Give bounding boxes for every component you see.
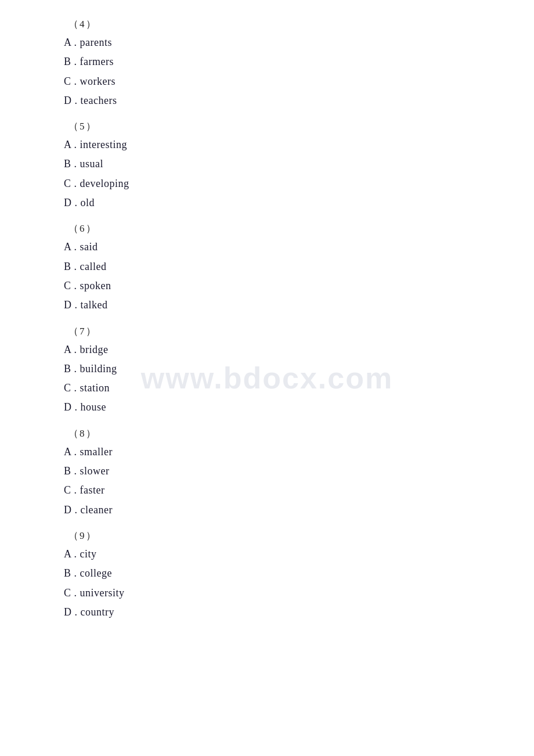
option-8-a: A . smaller <box>64 442 534 462</box>
option-5-b: B . usual <box>64 154 534 174</box>
question-number-4: （4） <box>64 17 534 31</box>
option-6-a: A . said <box>64 237 534 257</box>
question-group-9: （9）A . cityB . collegeC . universityD . … <box>64 529 534 628</box>
questions-container: （4）A . parentsB . farmersC . workersD . … <box>64 17 534 628</box>
option-6-d: D . talked <box>64 296 534 315</box>
question-number-5: （5） <box>64 120 534 133</box>
option-7-d: D . house <box>64 398 534 417</box>
option-8-b: B . slower <box>64 462 534 481</box>
option-7-c: C . station <box>64 379 534 398</box>
question-group-5: （5）A . interestingB . usualC . developin… <box>64 120 534 218</box>
option-9-c: C . university <box>64 584 534 603</box>
question-group-4: （4）A . parentsB . farmersC . workersD . … <box>64 17 534 116</box>
option-9-d: D . country <box>64 603 534 622</box>
option-9-b: B . college <box>64 564 534 583</box>
option-9-a: A . city <box>64 545 534 564</box>
option-5-c: C . developing <box>64 174 534 193</box>
option-7-a: A . bridge <box>64 340 534 359</box>
option-5-d: D . old <box>64 193 534 213</box>
question-group-8: （8）A . smallerB . slowerC . fasterD . cl… <box>64 427 534 525</box>
option-8-c: C . faster <box>64 481 534 500</box>
option-4-d: D . teachers <box>64 91 534 110</box>
option-4-b: B . farmers <box>64 52 534 71</box>
question-number-9: （9） <box>64 529 534 542</box>
option-4-a: A . parents <box>64 33 534 52</box>
question-number-6: （6） <box>64 222 534 235</box>
question-number-7: （7） <box>64 325 534 338</box>
question-number-8: （8） <box>64 427 534 440</box>
option-5-a: A . interesting <box>64 135 534 154</box>
option-6-c: C . spoken <box>64 276 534 296</box>
option-4-c: C . workers <box>64 72 534 91</box>
question-group-6: （6）A . saidB . calledC . spokenD . talke… <box>64 222 534 321</box>
option-7-b: B . building <box>64 359 534 379</box>
question-group-7: （7）A . bridgeB . buildingC . stationD . … <box>64 325 534 423</box>
option-6-b: B . called <box>64 257 534 276</box>
option-8-d: D . cleaner <box>64 501 534 520</box>
